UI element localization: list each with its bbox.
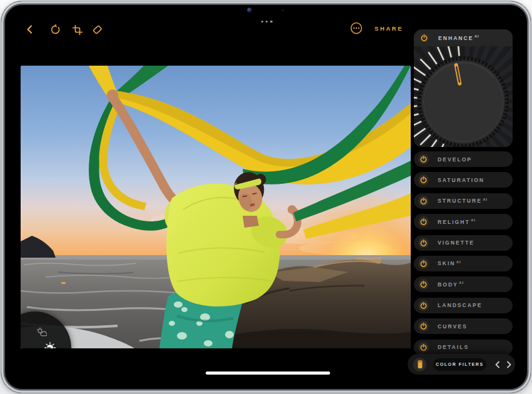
ipad-device-frame: SHARE xyxy=(1,1,531,393)
power-toggle[interactable] xyxy=(418,342,429,353)
back-button[interactable] xyxy=(25,24,35,34)
power-icon xyxy=(420,176,427,183)
power-toggle[interactable] xyxy=(418,300,429,311)
ai-badge: AI xyxy=(474,34,479,38)
power-toggle[interactable] xyxy=(419,33,429,43)
undo-icon xyxy=(50,24,61,35)
share-button[interactable]: SHARE xyxy=(374,25,403,32)
power-icon xyxy=(420,156,427,163)
power-icon xyxy=(420,218,427,225)
next-filter-button[interactable] xyxy=(503,358,515,371)
white-balance-icon[interactable] xyxy=(36,327,47,336)
photo-image xyxy=(21,66,411,348)
tool-row[interactable]: SKINAI xyxy=(414,256,513,271)
power-icon xyxy=(421,34,428,41)
tool-label: STRUCTUREAI xyxy=(438,198,488,204)
power-toggle[interactable] xyxy=(418,216,429,227)
undo-button[interactable] xyxy=(49,24,61,35)
power-icon xyxy=(420,260,427,267)
enhance-label: ENHANCEAI xyxy=(438,35,479,41)
tool-label: DETAILS xyxy=(438,344,470,350)
tool-label: BODYAI xyxy=(438,281,464,288)
front-camera xyxy=(247,8,253,13)
enhance-panel: ENHANCEAI xyxy=(414,29,513,147)
power-toggle[interactable] xyxy=(418,196,429,206)
tool-row[interactable]: CURVES xyxy=(414,318,513,334)
multitasking-indicator[interactable] xyxy=(261,21,273,23)
tool-row[interactable]: LANDSCAPE xyxy=(414,298,513,313)
power-icon xyxy=(420,323,427,330)
ellipsis-circle-icon xyxy=(350,22,363,34)
tool-list: DEVELOP SATURATION STRUCTUREAI RELIGHTAI xyxy=(414,151,513,360)
power-toggle[interactable] xyxy=(418,279,429,290)
enhance-dial-area[interactable] xyxy=(414,46,513,147)
ai-badge: AI xyxy=(459,281,464,285)
ambient-sensor xyxy=(282,9,284,11)
prev-filter-button[interactable] xyxy=(491,358,503,371)
home-indicator[interactable] xyxy=(206,371,330,375)
repair-tool-button[interactable] xyxy=(91,24,103,36)
crop-icon xyxy=(73,25,83,35)
tool-row[interactable]: DETAILS xyxy=(414,340,513,355)
color-filters-bar: COLOR FILTERS xyxy=(408,354,515,375)
tool-row[interactable]: VIGNETTE xyxy=(414,235,513,251)
dial-value-tick xyxy=(61,282,66,284)
power-toggle[interactable] xyxy=(418,321,429,331)
ai-badge: AI xyxy=(471,218,476,222)
power-toggle[interactable] xyxy=(418,154,429,164)
screenshot-stage: SHARE xyxy=(0,0,532,394)
tool-label: RELIGHTAI xyxy=(438,219,476,225)
power-icon xyxy=(420,344,427,351)
repair-tool-icon xyxy=(91,24,103,36)
crop-button[interactable] xyxy=(72,24,83,35)
tool-label: LANDSCAPE xyxy=(438,302,483,308)
chevron-right-icon xyxy=(506,361,512,368)
color-filters-icon-button[interactable] xyxy=(413,358,426,371)
ai-badge: AI xyxy=(483,198,488,201)
adjust-light-icon[interactable] xyxy=(44,342,56,348)
tool-label: SATURATION xyxy=(438,177,486,183)
more-options-button[interactable] xyxy=(350,22,363,34)
tool-label: VIGNETTE xyxy=(438,240,475,246)
power-toggle[interactable] xyxy=(418,238,429,248)
chevron-left-icon xyxy=(26,24,34,34)
tool-row[interactable]: RELIGHTAI xyxy=(414,214,513,230)
power-icon xyxy=(420,281,427,288)
tool-row[interactable]: BODYAI xyxy=(414,276,513,292)
chevron-left-icon xyxy=(494,361,500,368)
power-icon xyxy=(420,302,427,309)
photo-canvas[interactable] xyxy=(21,66,411,348)
tool-row[interactable]: SATURATION xyxy=(414,172,513,188)
power-toggle[interactable] xyxy=(418,174,429,185)
tool-row[interactable]: DEVELOP xyxy=(414,151,513,167)
enhance-header[interactable]: ENHANCEAI xyxy=(414,29,513,46)
power-icon xyxy=(420,240,427,246)
color-filters-pill[interactable]: COLOR FILTERS xyxy=(433,358,486,371)
ai-badge: AI xyxy=(456,260,461,264)
tool-label: DEVELOP xyxy=(438,156,473,163)
tool-label: CURVES xyxy=(438,323,468,330)
tool-label: SKINAI xyxy=(438,260,461,266)
enhance-knob[interactable] xyxy=(414,46,513,147)
tool-row[interactable]: STRUCTUREAI xyxy=(414,193,513,209)
power-icon xyxy=(420,198,427,205)
filter-canister-icon xyxy=(417,360,423,369)
power-toggle[interactable] xyxy=(418,258,429,269)
